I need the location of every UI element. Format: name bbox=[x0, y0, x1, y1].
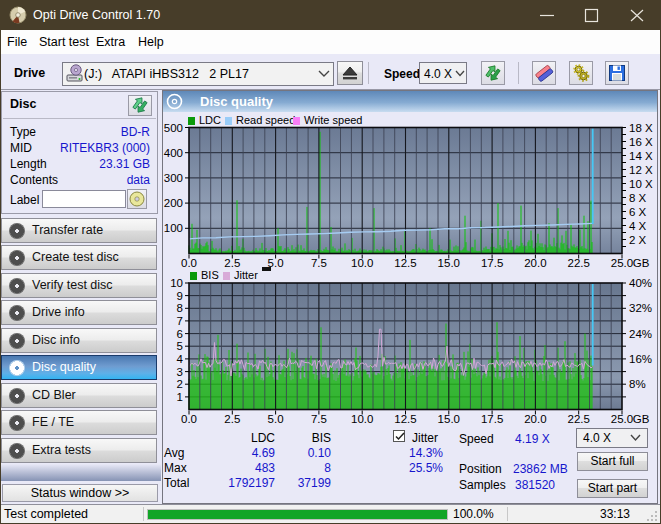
svg-text:12 X: 12 X bbox=[629, 164, 653, 176]
svg-text:22.5: 22.5 bbox=[568, 257, 590, 269]
svg-text:20.0: 20.0 bbox=[524, 413, 546, 425]
svg-text:2 X: 2 X bbox=[629, 234, 647, 246]
svg-text:20.0: 20.0 bbox=[524, 257, 546, 269]
svg-text:0.0: 0.0 bbox=[181, 413, 197, 425]
svg-text:40%: 40% bbox=[629, 277, 652, 289]
svg-text:6: 6 bbox=[177, 328, 183, 340]
svg-text:10.0: 10.0 bbox=[351, 257, 373, 269]
svg-text:10: 10 bbox=[170, 277, 183, 289]
svg-text:2.5: 2.5 bbox=[224, 257, 240, 269]
svg-text:10 X: 10 X bbox=[629, 178, 653, 190]
svg-text:12.5: 12.5 bbox=[394, 413, 416, 425]
svg-text:1: 1 bbox=[177, 391, 183, 403]
svg-text:22.5: 22.5 bbox=[568, 413, 590, 425]
svg-text:GB: GB bbox=[633, 257, 650, 269]
svg-text:15.0: 15.0 bbox=[438, 257, 460, 269]
svg-text:GB: GB bbox=[633, 413, 650, 425]
svg-text:5.0: 5.0 bbox=[268, 257, 284, 269]
svg-text:9: 9 bbox=[177, 290, 183, 302]
svg-text:2: 2 bbox=[177, 378, 183, 390]
svg-text:25.0: 25.0 bbox=[611, 413, 633, 425]
svg-text:100: 100 bbox=[164, 222, 183, 234]
svg-text:7: 7 bbox=[177, 315, 183, 327]
svg-text:16%: 16% bbox=[629, 353, 652, 365]
svg-text:200: 200 bbox=[164, 197, 183, 209]
svg-text:400: 400 bbox=[164, 147, 183, 159]
svg-text:24%: 24% bbox=[629, 328, 652, 340]
svg-text:32%: 32% bbox=[629, 302, 652, 314]
svg-text:6 X: 6 X bbox=[629, 206, 647, 218]
svg-text:25.0: 25.0 bbox=[611, 257, 633, 269]
svg-text:14 X: 14 X bbox=[629, 150, 653, 162]
svg-text:17.5: 17.5 bbox=[481, 257, 503, 269]
svg-text:7.5: 7.5 bbox=[311, 257, 327, 269]
svg-text:18 X: 18 X bbox=[629, 122, 653, 134]
svg-text:8 X: 8 X bbox=[629, 192, 647, 204]
svg-text:4: 4 bbox=[177, 353, 184, 365]
svg-text:500: 500 bbox=[164, 122, 183, 134]
svg-text:8%: 8% bbox=[629, 378, 646, 390]
svg-text:16 X: 16 X bbox=[629, 136, 653, 148]
svg-text:5.0: 5.0 bbox=[268, 413, 284, 425]
svg-text:5: 5 bbox=[177, 340, 183, 352]
svg-text:2.5: 2.5 bbox=[224, 413, 240, 425]
svg-text:0.0: 0.0 bbox=[181, 257, 197, 269]
svg-text:3: 3 bbox=[177, 366, 183, 378]
svg-text:8: 8 bbox=[177, 302, 183, 314]
svg-text:12.5: 12.5 bbox=[394, 257, 416, 269]
svg-text:300: 300 bbox=[164, 172, 183, 184]
svg-text:17.5: 17.5 bbox=[481, 413, 503, 425]
svg-text:10.0: 10.0 bbox=[351, 413, 373, 425]
svg-text:4 X: 4 X bbox=[629, 220, 647, 232]
svg-text:15.0: 15.0 bbox=[438, 413, 460, 425]
svg-text:7.5: 7.5 bbox=[311, 413, 327, 425]
